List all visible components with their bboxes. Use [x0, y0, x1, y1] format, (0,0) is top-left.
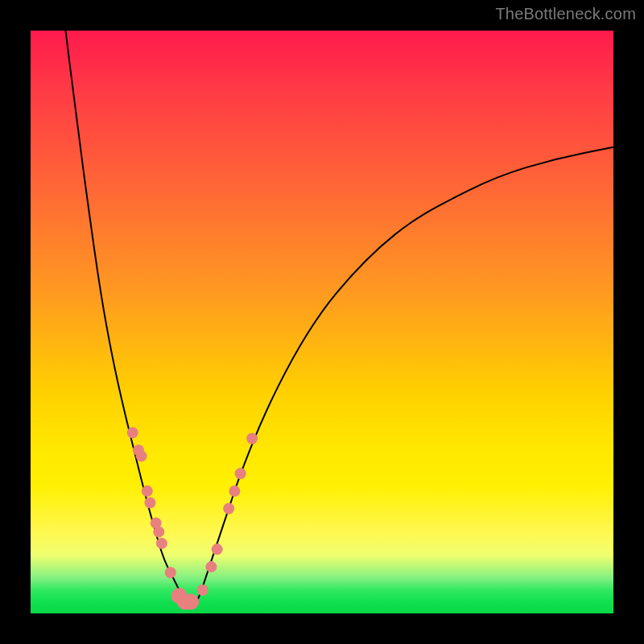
- scatter-dot: [246, 433, 258, 444]
- scatter-dot: [144, 497, 155, 508]
- chart-frame: TheBottleneck.com: [0, 0, 644, 644]
- curve-right: [194, 147, 613, 608]
- scatter-dot: [136, 451, 147, 462]
- plot-area: [31, 31, 613, 613]
- scatter-dot: [205, 561, 217, 572]
- scatter-dot: [229, 485, 240, 497]
- curve-left: [65, 31, 193, 608]
- watermark-text: TheBottleneck.com: [495, 5, 636, 23]
- scatter-dot: [165, 567, 176, 578]
- scatter-dot: [156, 538, 167, 549]
- scatter-dot: [235, 468, 246, 479]
- scatter-dot: [212, 543, 223, 555]
- scatter-dot: [197, 584, 208, 596]
- scatter-dot: [153, 526, 164, 538]
- scatter-dot: [127, 427, 138, 439]
- scatter-dot: [223, 503, 234, 514]
- scatter-dot: [183, 594, 199, 610]
- scatter-dots: [127, 427, 258, 610]
- scatter-dot: [142, 485, 153, 497]
- chart-svg: [31, 31, 613, 613]
